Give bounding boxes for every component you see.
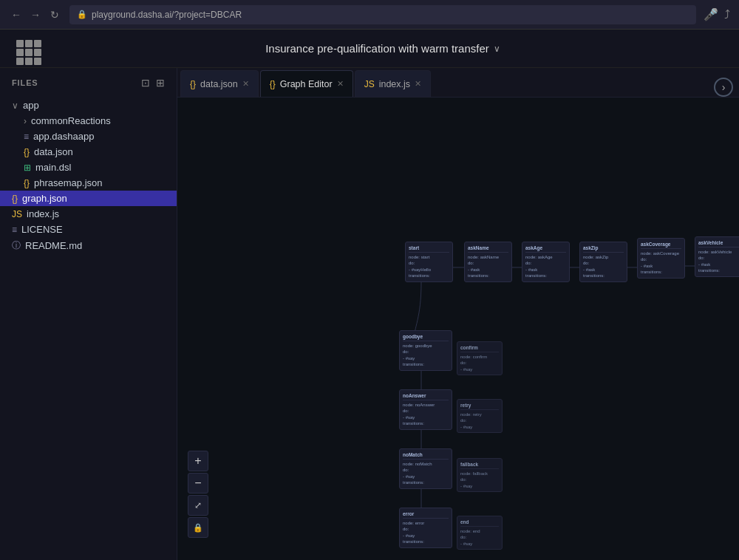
file-tree: ∨ app › commonReactions ≡ app.dashaapp {… <box>0 95 177 560</box>
sidebar-header: FILES ⊡ ⊞ <box>0 68 177 95</box>
node-content: node: noMatchdo:- #saytransitions: <box>403 461 449 486</box>
graph-node-noanswer[interactable]: noAnswer node: noAnswerdo:- #saytransiti… <box>399 389 452 430</box>
sidebar-item-readme[interactable]: ⓘ README.md <box>0 237 177 254</box>
sidebar-item-label: data.json <box>34 146 73 157</box>
sidebar-item-graph-json[interactable]: {} graph.json <box>0 191 177 206</box>
graph-node-extra4[interactable]: end node: enddo:- #say <box>457 516 503 550</box>
back-button[interactable]: ← <box>9 7 24 22</box>
tab-data-json[interactable]: {} data.json ✕ <box>180 70 259 97</box>
sidebar-item-app[interactable]: ∨ app <box>0 98 177 113</box>
js-icon: JS <box>12 209 22 219</box>
tab-bar: {} data.json ✕ {} Graph Editor ✕ JS inde… <box>177 68 739 98</box>
address-bar[interactable]: 🔒 playground.dasha.ai/?project=DBCAR <box>69 5 696 24</box>
app-title: Insurance pre-qualification with warm tr… <box>38 42 727 55</box>
graph-node-extra3[interactable]: fallback node: fallbackdo:- #say <box>457 458 503 492</box>
tab-close-data-json[interactable]: ✕ <box>242 79 249 89</box>
graph-node-askzip[interactable]: askZip node: askZipdo:- #asktransitions: <box>579 242 627 282</box>
files-label: FILES <box>12 78 38 87</box>
sidebar-item-phrasemap[interactable]: {} phrasemap.json <box>0 175 177 191</box>
node-title: askCoverage <box>641 241 681 249</box>
graph-tab-icon: {} <box>270 79 276 89</box>
browser-nav-buttons: ← → ↻ <box>9 7 62 22</box>
editor-area: {} data.json ✕ {} Graph Editor ✕ JS inde… <box>177 68 739 560</box>
app-grid-button[interactable] <box>12 35 38 62</box>
graph-node-askname[interactable]: askName node: askNamedo:- #asktransition… <box>464 242 512 282</box>
graph-node-askage[interactable]: askAge node: askAgedo:- #asktransitions: <box>522 242 570 282</box>
expand-panel-button[interactable]: › <box>714 78 733 97</box>
sidebar-item-label: index.js <box>27 208 59 219</box>
sidebar-actions: ⊡ ⊞ <box>141 77 165 89</box>
node-title: goodbye <box>403 333 449 341</box>
lock-view-button[interactable]: 🔒 <box>188 517 208 538</box>
graph-node-nomatch[interactable]: noMatch node: noMatchdo:- #saytransition… <box>399 448 452 489</box>
sidebar-item-label: README.md <box>25 240 82 251</box>
new-file-button[interactable]: ⊞ <box>156 77 165 89</box>
node-content: node: askAgedo:- #asktransitions: <box>525 254 566 279</box>
zoom-out-button[interactable]: − <box>188 473 208 494</box>
fit-view-button[interactable]: ⤢ <box>188 495 208 516</box>
mic-icon[interactable]: 🎤 <box>704 7 718 21</box>
json-icon: {} <box>24 178 30 188</box>
sidebar-item-label: commonReactions <box>31 115 111 126</box>
node-content: node: startdo:- #sayHellotransitions: <box>409 254 449 279</box>
zoom-controls: + − ⤢ 🔒 <box>188 451 208 538</box>
project-chevron[interactable]: ∨ <box>494 44 500 54</box>
sidebar-item-license[interactable]: ≡ LICENSE <box>0 222 177 237</box>
sidebar-item-index-js[interactable]: JS index.js <box>0 206 177 222</box>
node-content: node: enddo:- #say <box>460 528 499 547</box>
js-tab-icon: JS <box>364 79 375 89</box>
info-icon: ⓘ <box>12 239 21 252</box>
grid-dot <box>25 49 33 56</box>
node-title: retry <box>460 402 499 410</box>
tab-close-graph-editor[interactable]: ✕ <box>337 79 344 89</box>
graph-canvas[interactable]: start node: startdo:- #sayHellotransitio… <box>177 98 739 560</box>
tab-close-index-js[interactable]: ✕ <box>415 79 421 89</box>
graph-node-start[interactable]: start node: startdo:- #sayHellotransitio… <box>405 242 453 282</box>
json-tab-icon: {} <box>190 79 196 89</box>
node-title: noMatch <box>403 451 449 460</box>
main-layout: FILES ⊡ ⊞ ∨ app › commonReactions ≡ app.… <box>0 68 739 560</box>
graph-node-extra1[interactable]: confirm node: confirmdo:- #say <box>457 341 503 375</box>
url-text: playground.dasha.ai/?project=DBCAR <box>92 10 242 20</box>
graph-node-extra2[interactable]: retry node: retrydo:- #say <box>457 399 503 433</box>
tab-graph-editor[interactable]: {} Graph Editor ✕ <box>260 70 353 97</box>
node-content: node: confirmdo:- #say <box>460 354 499 372</box>
graph-node-goodbye[interactable]: goodbye node: goodbyedo:- #saytransition… <box>399 330 452 371</box>
chevron-down-icon: ∨ <box>12 100 18 111</box>
zoom-in-button[interactable]: + <box>188 451 208 471</box>
node-content: node: errordo:- #saytransitions: <box>403 520 449 545</box>
node-content: node: askNamedo:- #asktransitions: <box>468 254 508 279</box>
graph-node-askcoverage[interactable]: askCoverage node: askCoveragedo:- #asktr… <box>637 238 685 279</box>
forward-button[interactable]: → <box>28 7 43 22</box>
new-folder-button[interactable]: ⊡ <box>141 77 150 89</box>
graph-node-error[interactable]: error node: errordo:- #saytransitions: <box>399 508 452 548</box>
node-title: askAge <box>525 245 566 253</box>
browser-actions: 🎤 ⤴ <box>704 7 730 21</box>
project-name: Insurance pre-qualification with warm tr… <box>265 42 489 55</box>
graph-node-askvehicle[interactable]: askVehicle node: askVehicledo:- #asktran… <box>695 236 739 277</box>
grid-dot <box>16 40 24 47</box>
dsl-icon: ⊞ <box>24 163 31 173</box>
sidebar-item-commonreactions[interactable]: › commonReactions <box>0 113 177 129</box>
sidebar-item-app-dashaapp[interactable]: ≡ app.dashaapp <box>0 129 177 144</box>
node-title: error <box>403 511 449 519</box>
node-content: node: askCoveragedo:- #asktransitions: <box>641 250 681 276</box>
reload-button[interactable]: ↻ <box>47 7 62 22</box>
sidebar-item-label: app.dashaapp <box>33 131 94 142</box>
node-content: node: askVehicledo:- #asktransitions: <box>698 249 739 274</box>
node-title: fallback <box>460 461 499 469</box>
external-link-icon[interactable]: ⤴ <box>724 8 730 21</box>
sidebar-item-data-json[interactable]: {} data.json <box>0 144 177 160</box>
grid-dot <box>16 58 24 65</box>
sidebar-item-label: LICENSE <box>21 224 63 235</box>
grid-dot <box>25 40 33 47</box>
node-content: node: noAnswerdo:- #saytransitions: <box>403 402 449 427</box>
node-title: askZip <box>583 245 624 253</box>
node-title: start <box>409 245 449 253</box>
tab-index-js[interactable]: JS index.js ✕ <box>355 70 431 97</box>
browser-chrome: ← → ↻ 🔒 playground.dasha.ai/?project=DBC… <box>0 0 739 30</box>
tab-label: index.js <box>379 79 410 89</box>
sidebar-item-main-dsl[interactable]: ⊞ main.dsl <box>0 160 177 175</box>
node-content: node: askZipdo:- #asktransitions: <box>583 254 624 279</box>
sidebar-item-label: main.dsl <box>35 162 71 173</box>
